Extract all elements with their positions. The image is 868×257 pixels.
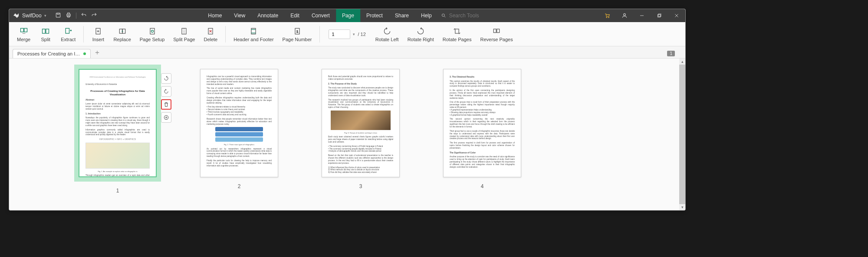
tab-title: Processes for Creating an Info…	[17, 51, 81, 56]
page-total: / 12	[358, 32, 365, 37]
app-window: SwifDoo ▾ Home View Annotate Edit Conver…	[9, 9, 686, 211]
split-button[interactable]: Split	[36, 26, 56, 43]
page-title: Processes of Creating Infographics for D…	[85, 89, 150, 97]
window-controls	[598, 9, 685, 22]
search-tools[interactable]	[441, 9, 493, 22]
svg-point-5	[442, 14, 445, 16]
close-button[interactable]	[668, 9, 685, 22]
menu-convert[interactable]: Convert	[306, 9, 336, 22]
page-number-button[interactable]: 1Page Number	[279, 26, 316, 43]
page-actions	[161, 73, 171, 123]
insert-button[interactable]: Insert	[88, 26, 108, 43]
ribbon-toolbar: Merge Split Extract Insert Replace Page …	[9, 22, 685, 46]
separator	[225, 26, 226, 42]
dropdown-icon[interactable]: ▾	[353, 32, 355, 36]
scroll-up-icon[interactable]: ▴	[679, 59, 685, 65]
undo-icon[interactable]	[81, 12, 87, 20]
document-tabbar: Processes for Creating an Info… ＋ 1	[9, 46, 685, 59]
svg-point-7	[606, 17, 607, 18]
scrollbar-thumb[interactable]	[679, 65, 685, 204]
rotate-left-button[interactable]: Rotate Left	[372, 26, 402, 43]
header-footer-button[interactable]: Header and Footer	[230, 26, 277, 43]
svg-rect-4	[67, 16, 69, 17]
page-thumbnail-4[interactable]: 3. The Obtained Results This section exa…	[443, 69, 521, 197]
minimize-button[interactable]	[633, 9, 651, 22]
menu-view[interactable]: View	[228, 9, 251, 22]
svg-rect-12	[658, 14, 661, 16]
add-tab-button[interactable]: ＋	[92, 48, 102, 57]
add-page-button[interactable]	[161, 112, 171, 123]
search-icon	[441, 13, 447, 18]
page-thumbnail-2[interactable]: Infographics can be a powerful visual ap…	[200, 69, 278, 197]
quick-access	[55, 12, 97, 20]
page-number: 1	[116, 188, 119, 194]
page-indicator: 1	[667, 51, 675, 56]
page-photo	[331, 111, 391, 130]
cart-icon[interactable]	[598, 9, 616, 22]
svg-line-6	[444, 16, 446, 18]
document-tab[interactable]: Processes for Creating an Info…	[13, 49, 91, 58]
main-menu: Home View Annotate Edit Convert Page Pro…	[202, 9, 492, 22]
dropdown-icon[interactable]: ▾	[44, 13, 46, 18]
svg-rect-38	[493, 29, 496, 33]
page-setup-button[interactable]: Page Setup	[136, 26, 168, 43]
svg-rect-17	[43, 29, 46, 33]
svg-point-9	[624, 13, 626, 16]
svg-rect-16	[24, 28, 27, 32]
menu-share[interactable]: Share	[389, 9, 415, 22]
user-icon[interactable]	[616, 9, 633, 22]
search-input[interactable]	[449, 13, 493, 19]
swifdoo-icon	[13, 12, 20, 19]
menu-edit[interactable]: Edit	[284, 9, 306, 22]
vertical-scrollbar[interactable]: ▴ ▾	[679, 59, 685, 210]
page-preview: 2019 International Conference on Informa…	[79, 69, 157, 177]
svg-rect-19	[66, 28, 69, 33]
page-number: 3	[359, 183, 362, 189]
thumbnail-view: 2019 International Conference on Informa…	[9, 59, 685, 210]
rotate-ccw-button[interactable]	[161, 86, 171, 97]
delete-button[interactable]: Delete	[200, 26, 221, 43]
svg-text:1: 1	[296, 30, 298, 33]
page-thumbnail-3[interactable]: Both those and potential graphs should u…	[322, 69, 400, 197]
svg-rect-25	[150, 28, 155, 34]
separator	[76, 13, 76, 19]
titlebar: SwifDoo ▾ Home View Annotate Edit Conver…	[9, 9, 685, 22]
svg-point-8	[608, 17, 609, 18]
menu-protect[interactable]: Protect	[360, 9, 389, 22]
page-preview: Infographics can be a powerful visual ap…	[200, 69, 278, 177]
svg-rect-37	[455, 29, 459, 33]
menu-page[interactable]: Page	[336, 9, 360, 22]
svg-rect-3	[67, 13, 69, 14]
scroll-down-icon[interactable]: ▾	[679, 204, 685, 210]
print-icon[interactable]	[66, 12, 72, 20]
page-number: 2	[238, 183, 241, 189]
menu-annotate[interactable]: Annotate	[251, 9, 284, 22]
svg-rect-39	[497, 29, 500, 33]
page-thumbnail-1[interactable]: 2019 International Conference on Informa…	[79, 69, 157, 197]
rotate-pages-button[interactable]: Rotate Pages	[439, 26, 475, 43]
redo-icon[interactable]	[91, 12, 97, 20]
maximize-button[interactable]	[651, 9, 668, 22]
separator	[83, 26, 84, 42]
page-number: 4	[481, 183, 484, 189]
app-name: SwifDoo	[22, 13, 42, 19]
page-preview: 3. The Obtained Results This section exa…	[443, 69, 521, 177]
menu-home[interactable]: Home	[202, 9, 228, 22]
page-diagram	[215, 127, 263, 142]
page-preview: Both those and potential graphs should u…	[322, 69, 400, 177]
unsaved-indicator-icon	[83, 52, 86, 55]
extract-button[interactable]: Extract	[57, 26, 79, 43]
menu-help[interactable]: Help	[415, 9, 438, 22]
replace-button[interactable]: Replace	[110, 26, 134, 43]
rotate-right-button[interactable]: Rotate Right	[404, 26, 437, 43]
merge-button[interactable]: Merge	[13, 26, 34, 43]
split-page-button[interactable]: Split Page	[170, 26, 198, 43]
svg-rect-18	[46, 29, 49, 33]
save-icon[interactable]	[55, 12, 61, 20]
page-input[interactable]	[329, 29, 350, 39]
rotate-cw-button[interactable]	[161, 73, 171, 84]
reverse-pages-button[interactable]: Reverse Pages	[477, 26, 516, 43]
delete-page-button[interactable]	[161, 99, 171, 110]
separator	[319, 26, 320, 42]
page-selector: ▾ / 12	[329, 29, 365, 39]
